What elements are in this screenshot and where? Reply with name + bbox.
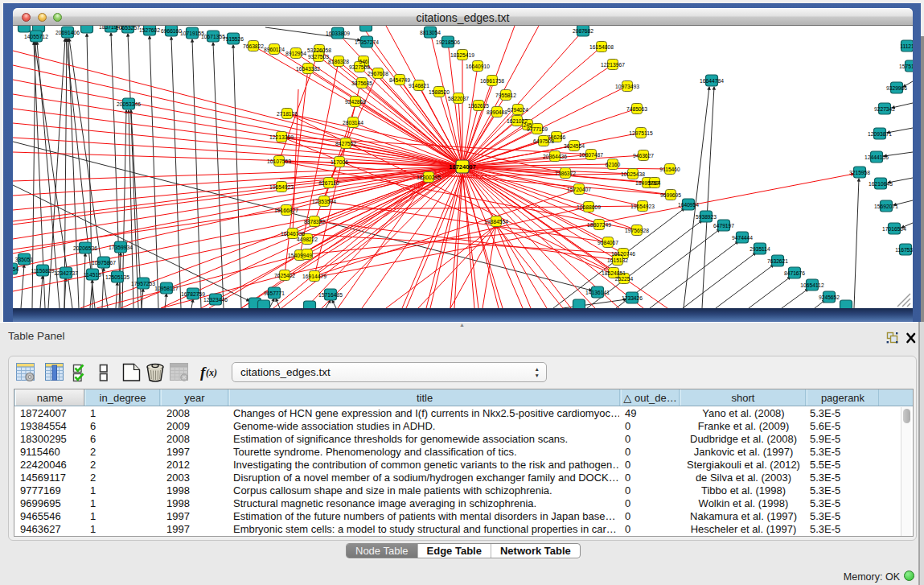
svg-text:62160: 62160 <box>606 162 621 167</box>
svg-text:7485063: 7485063 <box>626 106 647 112</box>
svg-text:12342737: 12342737 <box>54 270 78 276</box>
svg-text:12213967: 12213967 <box>601 62 625 68</box>
svg-text:9242868: 9242868 <box>345 99 366 105</box>
svg-text:16120746: 16120746 <box>611 251 635 257</box>
svg-text:15751074: 15751074 <box>899 64 913 69</box>
svg-text:16154808: 16154808 <box>589 44 614 50</box>
svg-text:19166827: 19166827 <box>274 208 298 213</box>
svg-text:15692071: 15692071 <box>874 204 898 209</box>
svg-text:9327503: 9327503 <box>308 54 329 60</box>
svg-text:(x): (x) <box>206 367 217 378</box>
svg-text:9327508: 9327508 <box>349 64 370 70</box>
svg-text:9474444: 9474444 <box>732 235 753 241</box>
svg-text:11121: 11121 <box>900 43 913 49</box>
svg-text:8813054: 8813054 <box>420 30 441 35</box>
svg-text:17957253: 17957253 <box>131 281 155 286</box>
svg-text:7625402: 7625402 <box>274 273 295 278</box>
svg-text:114519: 114519 <box>84 272 101 278</box>
svg-text:16644784: 16644784 <box>700 78 724 84</box>
svg-text:1167535: 1167535 <box>895 247 913 253</box>
svg-text:18807249: 18807249 <box>587 222 611 228</box>
svg-text:2803144: 2803144 <box>343 120 363 126</box>
svg-text:53226058: 53226058 <box>307 47 331 53</box>
svg-text:17016504: 17016504 <box>882 226 906 232</box>
svg-text:19654923: 19654923 <box>630 204 655 209</box>
svg-text:10958117: 10958117 <box>154 286 179 291</box>
svg-text:2935114: 2935114 <box>749 246 770 252</box>
svg-text:6479197: 6479197 <box>713 223 734 229</box>
svg-text:6966160: 6966160 <box>161 28 182 34</box>
svg-text:20206536: 20206536 <box>73 245 97 251</box>
svg-text:10654112: 10654112 <box>800 282 824 288</box>
svg-text:335051: 335051 <box>15 257 34 262</box>
svg-text:2718176: 2718176 <box>277 111 298 117</box>
svg-text:12975115: 12975115 <box>629 130 653 136</box>
svg-text:7955812: 7955812 <box>495 93 516 98</box>
svg-text:8427552: 8427552 <box>335 141 356 146</box>
svg-text:1640954: 1640954 <box>678 202 699 208</box>
svg-text:5984: 5984 <box>649 180 661 186</box>
svg-text:16107553: 16107553 <box>267 159 291 164</box>
svg-text:39154: 39154 <box>13 266 19 272</box>
svg-text:19654923: 19654923 <box>269 184 294 190</box>
svg-text:1588520: 1588520 <box>429 89 450 95</box>
svg-text:18724007: 18724007 <box>449 163 475 171</box>
svg-text:16961758: 16961758 <box>480 78 504 84</box>
svg-text:20053346: 20053346 <box>117 101 141 107</box>
svg-text:6794024: 6794024 <box>507 107 528 113</box>
svg-text:16210643: 16210643 <box>869 181 893 187</box>
svg-text:15720407: 15720407 <box>567 187 591 192</box>
svg-text:7386372: 7386372 <box>555 171 576 176</box>
svg-text:1733426: 1733426 <box>622 295 643 301</box>
svg-text:8454749: 8454749 <box>389 77 410 83</box>
svg-text:1362615: 1362615 <box>468 103 489 109</box>
svg-text:1615132: 1615132 <box>607 257 628 263</box>
svg-text:17357274: 17357274 <box>355 39 379 45</box>
svg-text:9084067: 9084067 <box>598 240 618 245</box>
svg-text:9227342: 9227342 <box>874 106 895 112</box>
svg-text:18300295: 18300295 <box>417 175 441 180</box>
svg-text:3875685: 3875685 <box>351 80 372 86</box>
svg-text:9657771: 9657771 <box>264 290 285 296</box>
svg-text:6497508: 6497508 <box>533 138 554 144</box>
svg-text:5938923: 5938923 <box>696 214 717 220</box>
svg-text:8186328: 8186328 <box>328 59 349 64</box>
svg-text:117006: 117006 <box>331 159 348 165</box>
svg-text:7515526: 7515526 <box>223 36 244 42</box>
svg-text:12213369: 12213369 <box>269 134 294 140</box>
svg-text:14136141: 14136141 <box>585 290 610 295</box>
svg-text:10025438: 10025438 <box>621 171 645 177</box>
svg-text:8878332: 8878332 <box>304 219 325 225</box>
svg-text:14055712: 14055712 <box>24 34 48 39</box>
svg-text:9699695: 9699695 <box>660 192 681 198</box>
svg-text:19384554: 19384554 <box>484 219 508 225</box>
svg-text:18325419: 18325419 <box>450 52 474 58</box>
svg-text:5822037: 5822037 <box>448 96 469 101</box>
svg-text:19756928: 19756928 <box>625 228 649 233</box>
svg-text:19218506: 19218506 <box>436 39 460 45</box>
svg-text:18524851: 18524851 <box>602 270 626 276</box>
svg-text:20364436: 20364436 <box>543 154 567 159</box>
svg-text:8471676: 8471676 <box>784 270 805 276</box>
svg-text:10688609: 10688609 <box>577 204 601 210</box>
svg-text:9463627: 9463627 <box>633 153 654 159</box>
svg-text:15409949: 15409949 <box>288 253 312 258</box>
svg-text:16782759: 16782759 <box>181 291 205 297</box>
svg-text:15716485: 15716485 <box>318 292 343 298</box>
svg-text:8912954: 8912954 <box>285 51 306 56</box>
svg-text:9329966: 9329966 <box>886 85 907 91</box>
svg-text:8960124: 8960124 <box>264 47 285 52</box>
svg-text:16543382: 16543382 <box>296 66 320 72</box>
svg-text:16640910: 16640910 <box>466 64 490 69</box>
svg-text:7632621: 7632621 <box>767 258 788 264</box>
svg-text:12093871: 12093871 <box>868 131 892 137</box>
svg-text:10807487: 10807487 <box>579 152 603 158</box>
svg-text:546: 546 <box>359 59 368 64</box>
svg-text:7663822: 7663822 <box>243 43 264 49</box>
svg-text:10973493: 10973493 <box>615 84 639 89</box>
svg-text:2087682: 2087682 <box>573 28 593 34</box>
svg-text:8267110: 8267110 <box>318 180 339 186</box>
svg-text:10671355: 10671355 <box>201 34 225 39</box>
svg-text:10975867: 10975867 <box>92 260 116 266</box>
svg-text:12323446: 12323446 <box>203 297 228 303</box>
